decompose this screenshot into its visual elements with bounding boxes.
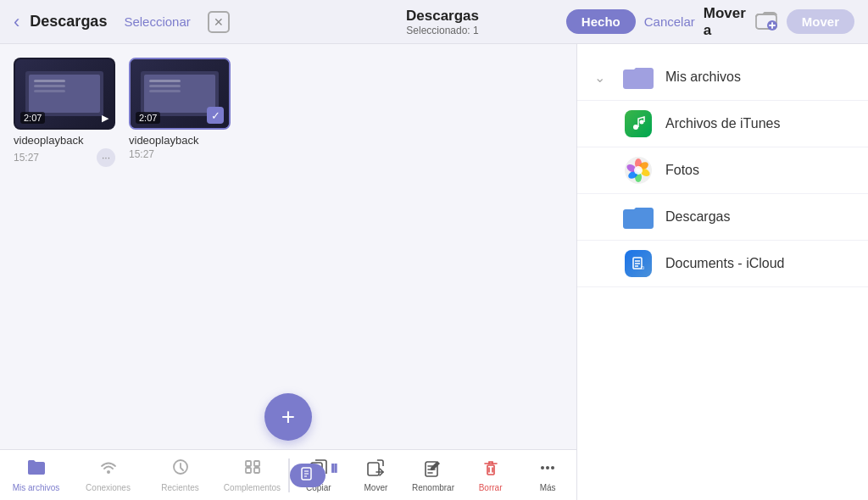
back-button[interactable]: ‹ [14,11,19,33]
move-tab[interactable]: Mover [348,458,405,492]
close-button[interactable]: ✕ [208,11,230,33]
action-label: Más [540,483,556,492]
sidebar-item-recientes[interactable]: Recientes [144,454,216,496]
main-content: 2:07 ▶ videoplayback 15:27 ··· 2:07 [0,44,868,500]
file-name: videoplayback [14,134,115,147]
action-label: Renombrar [412,483,454,492]
folder-item-descargas[interactable]: ⌄ Descargas [577,194,868,241]
svg-point-24 [551,466,554,469]
fotos-icon [623,158,654,183]
nav-tabs: Mis archivos Conexiones [0,454,288,496]
header-center: Descargas Seleccionado: 1 [302,8,583,36]
folder-name: Archivos de iTunes [665,116,851,131]
x-icon: ✕ [214,15,224,29]
folder-item-fotos[interactable]: ⌄ Fotos [577,147,868,194]
header-left: ‹ Descargas Seleccionar ✕ [14,11,302,33]
action-tabs: ▐▌ Copiar [290,458,576,492]
svg-point-26 [640,120,644,125]
file-thumbnail: 2:07 ▶ [14,58,115,130]
center-title: Descargas [406,8,479,25]
mover-button[interactable]: Mover [787,9,854,34]
page-title: Descargas [30,13,107,31]
play-icon: ▶ [102,113,108,124]
left-panel: 2:07 ▶ videoplayback 15:27 ··· 2:07 [0,44,576,500]
delete-tab[interactable]: Borrar [462,458,520,492]
action-label: Borrar [479,483,503,492]
itunes-icon [623,111,654,136]
hecho-button[interactable]: Hecho [566,9,636,34]
move-icon [366,458,385,481]
bottom-bar: Mis archivos Conexiones [0,449,576,500]
more-dots-icon [538,458,557,481]
svg-point-22 [541,466,544,469]
file-grid: 2:07 ▶ videoplayback 15:27 ··· 2:07 [14,58,563,167]
sidebar-item-mis-archivos[interactable]: Mis archivos [0,454,72,496]
file-time: 15:27 [14,152,39,164]
file-duration: 2:07 [136,112,160,124]
folder-item-itunes[interactable]: ⌄ Archivos de iTunes [577,101,868,147]
plus-icon: + [281,403,295,431]
svg-text:D: D [641,265,645,270]
svg-rect-4 [246,461,251,466]
select-button[interactable]: Seleccionar [124,14,190,29]
folder-icon [623,204,654,230]
folder-name: Documents - iCloud [665,256,851,271]
more-options-button[interactable]: ··· [97,148,115,167]
delete-icon [481,458,500,481]
list-item[interactable]: 2:07 ✓ videoplayback 15:27 [129,58,231,167]
clock-icon [170,458,191,481]
folder-name: Descargas [665,209,851,225]
sidebar-item-conexiones[interactable]: Conexiones [72,454,144,496]
selected-count: Seleccionado: 1 [406,25,478,36]
file-name: videoplayback [129,134,231,147]
rename-tab[interactable]: Renombrar [404,458,462,492]
wifi-icon [98,458,119,481]
mover-a-label: Mover a [704,5,746,39]
svg-point-2 [107,470,110,474]
more-tab[interactable]: Más [519,458,576,492]
puzzle-icon [242,458,263,481]
tab-label: Conexiones [86,483,131,492]
svg-rect-7 [254,468,259,473]
list-item[interactable]: 2:07 ▶ videoplayback 15:27 ··· [14,58,115,167]
file-time: 15:27 [129,148,154,160]
expand-icon: ⌄ [594,69,611,86]
file-meta: 15:27 ··· [14,148,115,167]
file-thumbnail: 2:07 ✓ [129,58,231,130]
documents-icon: D [623,251,654,276]
add-fab-button[interactable]: + [264,393,312,441]
tab-label: Recientes [161,483,198,492]
selected-checkmark: ✓ [207,107,224,124]
folder-icon [26,458,47,481]
header-right: Hecho Cancelar Mover a Mover [583,5,854,39]
right-panel: ⌄ Mis archivos ⌄ Archivos de i [576,44,868,500]
folder-item-documents-icloud[interactable]: ⌄ D Documents - iCloud [577,241,868,287]
folder-name: Fotos [665,163,851,178]
new-folder-button[interactable] [754,8,778,36]
folder-item-mis-archivos[interactable]: ⌄ Mis archivos [577,54,868,101]
svg-point-34 [634,166,643,175]
cancelar-button[interactable]: Cancelar [644,14,695,29]
file-meta: 15:27 [129,148,231,160]
sidebar-item-complementos[interactable]: Complementos [216,454,288,496]
svg-rect-13 [368,463,379,475]
top-header: ‹ Descargas Seleccionar ✕ Descargas Sele… [0,0,868,44]
folder-icon [623,64,654,90]
file-duration: 2:07 [20,112,45,124]
svg-point-23 [546,466,549,469]
svg-rect-5 [254,461,259,466]
action-label: Mover [364,483,387,492]
tab-label: Mis archivos [13,483,60,492]
svg-rect-6 [246,468,251,473]
rename-icon [424,458,442,481]
folder-name: Mis archivos [665,69,851,85]
tab-label: Complementos [224,483,281,492]
svg-point-25 [633,125,638,130]
